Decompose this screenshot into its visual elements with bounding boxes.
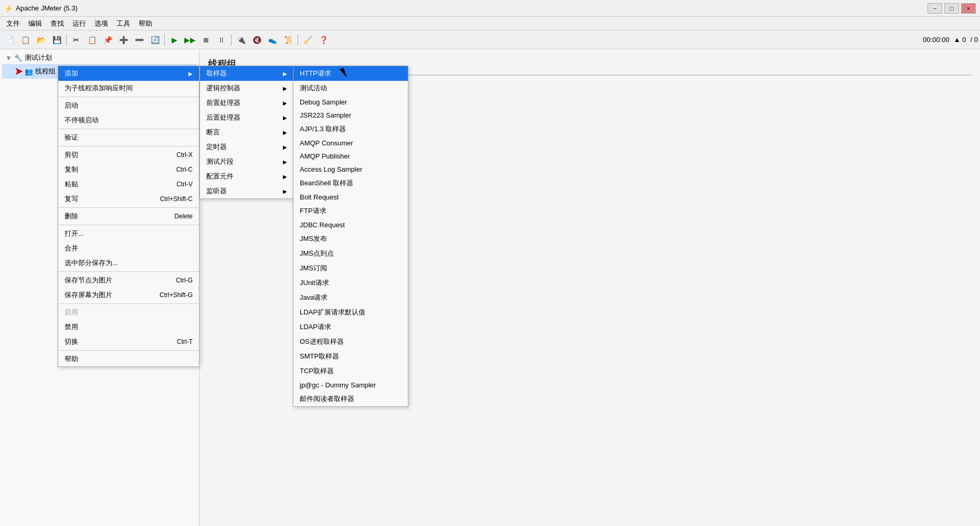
ctx3-jms-subscribe[interactable]: JMS订阅 [293, 261, 408, 276]
close-btn[interactable]: × [961, 3, 976, 14]
ctx2-assertions[interactable]: 断言 ▶ [200, 125, 293, 140]
ctx3-test-action[interactable]: 测试活动 [293, 81, 408, 96]
shutdown-btn[interactable]: ⏸ [214, 33, 229, 47]
ctx2-timer-arrow: ▶ [283, 144, 287, 150]
ctx1-save-selection[interactable]: 选中部分保存为... [58, 256, 199, 270]
start-btn[interactable]: ▶ [167, 33, 182, 47]
minimize-btn[interactable]: − [928, 3, 942, 14]
ctx1-validate[interactable]: 验证 [58, 130, 199, 145]
ctx3-http[interactable]: HTTP请求 [293, 66, 408, 81]
ctx1-paste-label: 粘贴 [65, 180, 78, 189]
ctx3-bolt-request[interactable]: Bolt Request [293, 191, 408, 204]
ctx1-merge[interactable]: 合并 [58, 241, 199, 256]
ctx3-jsr223-sampler[interactable]: JSR223 Sampler [293, 109, 408, 122]
ctx2-config-element[interactable]: 配置元件 ▶ [200, 169, 293, 184]
start-no-pause-btn[interactable]: ▶▶ [183, 33, 197, 47]
remote-start-btn[interactable]: 🔌 [234, 33, 248, 47]
ctx3-java[interactable]: Java请求 [293, 290, 408, 305]
menu-file[interactable]: 文件 [2, 18, 24, 29]
ctx1-help[interactable]: 帮助 [58, 352, 199, 366]
ctx3-jdbc[interactable]: JDBC Request [293, 218, 408, 232]
ctx1-save-node-image-label: 保存节点为图片 [65, 276, 112, 285]
ctx3-debug-sampler-label: Debug Sampler [300, 98, 347, 106]
ctx3-access-log-sampler[interactable]: Access Log Sampler [293, 163, 408, 176]
ctx2-logic-controller-arrow: ▶ [283, 86, 287, 91]
menu-run[interactable]: 运行 [68, 18, 90, 29]
ctx3-os-process[interactable]: OS进程取样器 [293, 334, 408, 349]
ctx3-http-label: HTTP请求 [300, 69, 331, 78]
menu-tools[interactable]: 工具 [112, 18, 134, 29]
maximize-btn[interactable]: □ [944, 3, 959, 14]
clear-btn[interactable]: 🧹 [300, 33, 315, 47]
copy-btn[interactable]: 📋 [85, 33, 99, 47]
ctx2-sampler[interactable]: 取样器 ▶ [200, 66, 293, 81]
cut-btn[interactable]: ✂ [69, 33, 83, 47]
ctx1-cut[interactable]: 剪切 Ctrl-X [58, 148, 199, 162]
help-btn[interactable]: ❓ [316, 33, 331, 47]
ctx3-smtp[interactable]: SMTP取样器 [293, 349, 408, 364]
ctx2-listener[interactable]: 监听器 ▶ [200, 184, 293, 198]
ctx1-save-node-image[interactable]: 保存节点为图片 Ctrl-G [58, 273, 199, 288]
menu-find[interactable]: 查找 [46, 18, 68, 29]
ctx2-post-processor[interactable]: 后置处理器 ▶ [200, 110, 293, 125]
menu-help[interactable]: 帮助 [134, 18, 156, 29]
ctx1-delete[interactable]: 删除 Delete [58, 209, 199, 224]
ctx3-ajp-sampler-label: AJP/1.3 取样器 [300, 124, 346, 134]
open-btn[interactable]: 📂 [34, 33, 48, 47]
ctx3-jsr223-sampler-label: JSR223 Sampler [300, 111, 351, 119]
ctx3-mail-reader-label: 邮件阅读者取样器 [300, 394, 354, 404]
ctx3-amqp-publisher[interactable]: AMQP Publisher [293, 150, 408, 163]
expand-btn[interactable]: ➕ [116, 33, 131, 47]
sep1 [66, 34, 67, 46]
ctx3-ldap-ext[interactable]: LDAP扩展请求默认值 [293, 305, 408, 320]
ctx1-start[interactable]: 启动 [58, 98, 199, 113]
stop-btn[interactable]: ⏹ [198, 33, 213, 47]
ctx3-jpgc-dummy-label: jp@gc - Dummy Sampler [300, 381, 376, 389]
ctx3-tcp[interactable]: TCP取样器 [293, 364, 408, 378]
ctx3-beanshell-sampler[interactable]: BeanShell 取样器 [293, 176, 408, 191]
ctx3-jms-publish-label: JMS发布 [300, 234, 327, 244]
ctx2-timer[interactable]: 定时器 ▶ [200, 140, 293, 154]
ctx2-test-fragment[interactable]: 测试片段 ▶ [200, 154, 293, 169]
remote-exit-btn[interactable]: 👟 [265, 33, 280, 47]
ctx3-mail-reader[interactable]: 邮件阅读者取样器 [293, 392, 408, 406]
ctx1-toggle[interactable]: 切换 Ctrl-T [58, 334, 199, 349]
tree-item-test-plan[interactable]: ▼ 🔧 测试计划 [2, 51, 197, 64]
ctx2-pre-processor[interactable]: 前置处理器 ▶ [200, 96, 293, 110]
ctx3-ftp[interactable]: FTP请求 [293, 204, 408, 218]
ctx3-junit[interactable]: JUnit请求 [293, 276, 408, 290]
ctx1-paste[interactable]: 粘贴 Ctrl-V [58, 177, 199, 192]
ctx3-jpgc-dummy[interactable]: jp@gc - Dummy Sampler [293, 378, 408, 392]
ctx1-save-screen-image[interactable]: 保存屏幕为图片 Ctrl+Shift-G [58, 288, 199, 302]
ctx1-cut-label: 剪切 [65, 150, 78, 160]
new-btn[interactable]: 📄 [2, 33, 17, 47]
ctx3-ajp-sampler[interactable]: AJP/1.3 取样器 [293, 122, 408, 136]
ctx3-jdbc-label: JDBC Request [300, 221, 345, 229]
ctx1-add-response-time[interactable]: 为子线程添加响应时间 [58, 81, 199, 96]
menu-options[interactable]: 选项 [90, 18, 112, 29]
ctx3-ldap[interactable]: LDAP请求 [293, 320, 408, 334]
paste-btn[interactable]: 📌 [100, 33, 115, 47]
ctx3-debug-sampler[interactable]: Debug Sampler [293, 96, 408, 109]
ctx1-add[interactable]: 添加 ▶ [58, 66, 199, 81]
menu-edit[interactable]: 编辑 [24, 18, 46, 29]
menu-bar: 文件 编辑 查找 运行 选项 工具 帮助 [0, 17, 980, 30]
collapse-btn[interactable]: ➖ [132, 33, 146, 47]
ctx2-config-element-label: 配置元件 [206, 172, 234, 181]
ctx1-duplicate[interactable]: 复写 Ctrl+Shift-C [58, 192, 199, 206]
open-templates-btn[interactable]: 📋 [18, 33, 33, 47]
app-icon: ⚡ [4, 4, 13, 13]
ctx1-open[interactable]: 打开... [58, 226, 199, 241]
ctx3-jms-p2p[interactable]: JMS点到点 [293, 246, 408, 261]
ctx3-jms-p2p-label: JMS点到点 [300, 249, 334, 258]
ctx3-amqp-consumer[interactable]: AMQP Consumer [293, 136, 408, 150]
ctx2-logic-controller[interactable]: 逻辑控制器 ▶ [200, 81, 293, 96]
remote-scripts-btn[interactable]: 📜 [281, 33, 296, 47]
toggle-btn[interactable]: 🔄 [147, 33, 162, 47]
ctx1-copy[interactable]: 复制 Ctrl-C [58, 162, 199, 177]
ctx1-start-no-pause[interactable]: 不停顿启动 [58, 113, 199, 128]
ctx1-disable[interactable]: 禁用 [58, 320, 199, 334]
ctx3-jms-publish[interactable]: JMS发布 [293, 232, 408, 246]
save-btn[interactable]: 💾 [49, 33, 64, 47]
remote-stop-btn[interactable]: 🔇 [249, 33, 264, 47]
